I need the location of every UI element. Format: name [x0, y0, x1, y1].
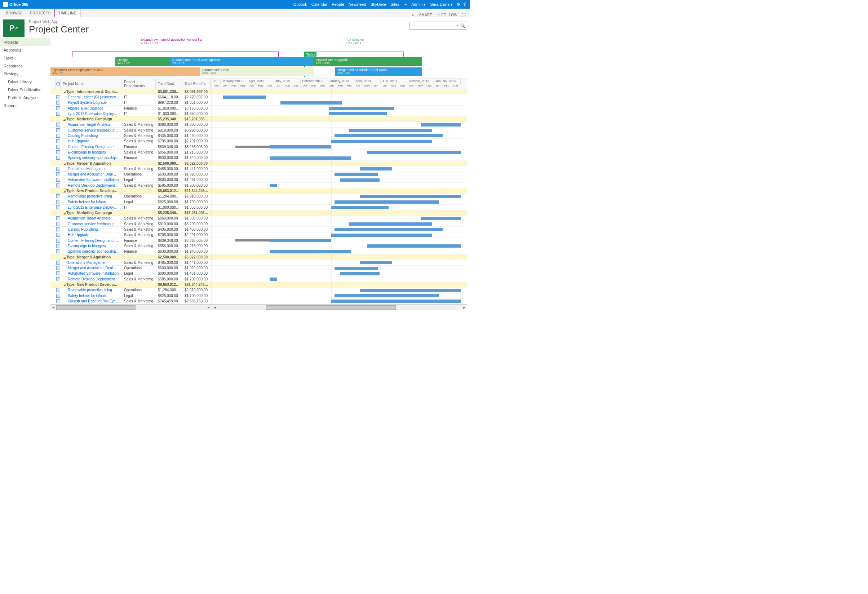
- follow-button[interactable]: ☆ FOLLOW: [435, 13, 460, 17]
- project-link[interactable]: Removable protective lining: [61, 288, 122, 292]
- brand[interactable]: Office 365: [3, 2, 28, 7]
- group-row[interactable]: ◢Type: New Product Development$8,653,012…: [50, 188, 212, 193]
- group-row[interactable]: ◢Type: New Product Development$8,653,012…: [50, 282, 212, 287]
- project-link[interactable]: Operations Management: [61, 167, 122, 171]
- timeline-band[interactable]: Dynamics CRM Deployment EMEA1/9 - 7/6: [50, 68, 200, 76]
- tab-browse[interactable]: BROWSE: [2, 9, 26, 17]
- gantt-bar[interactable]: [340, 178, 379, 182]
- sidenav-item[interactable]: Strategy: [0, 70, 50, 78]
- project-row[interactable]: Acquisition Target AnalysisSales & Marke…: [50, 122, 212, 128]
- gantt-bar[interactable]: [331, 206, 388, 209]
- gantt-bar[interactable]: [270, 277, 277, 281]
- timeline-band[interactable]: Partner Help Desk8/15 - 1/28: [200, 68, 314, 76]
- project-link[interactable]: Squash and Racquet Ball Eye Wear: [61, 299, 122, 303]
- project-link[interactable]: Lync 2012 Enterprise Deployment: [61, 112, 122, 116]
- group-row[interactable]: ◢Type: Infrastructure & Deployment$3,681…: [50, 89, 212, 94]
- project-link[interactable]: Customer service feedback portal: [61, 128, 122, 132]
- gantt-bar[interactable]: [335, 228, 443, 231]
- project-row[interactable]: Safety helmet for infantsLegal$825,000.0…: [50, 199, 212, 205]
- project-link[interactable]: Hub Upgrade: [61, 233, 122, 237]
- project-link[interactable]: Safety helmet for infants: [61, 200, 122, 204]
- sidenav-item[interactable]: Driver Prioritization: [0, 86, 50, 94]
- project-link[interactable]: Automated Software Installation: [61, 178, 122, 182]
- gantt-bar[interactable]: [340, 272, 379, 276]
- gantt-bar[interactable]: [360, 195, 461, 198]
- scroll-left-icon[interactable]: ◄: [50, 305, 56, 310]
- gantt-bar[interactable]: [421, 217, 461, 220]
- project-row[interactable]: Merger and Acquisition Deal RoomOperatio…: [50, 172, 212, 177]
- gantt-bar[interactable]: [270, 250, 351, 254]
- gantt-bar[interactable]: [335, 294, 439, 297]
- gantt-bar[interactable]: [349, 129, 432, 132]
- project-app-icon[interactable]: P↗: [3, 19, 25, 37]
- group-row[interactable]: ◢Type: Marketing Campaign$5,235,348.00$1…: [50, 116, 212, 122]
- project-link[interactable]: Safety helmet for infants: [61, 294, 122, 298]
- grid-scrollbar[interactable]: ◄ ►: [50, 304, 212, 310]
- nav-people[interactable]: People: [332, 2, 344, 6]
- sidenav-item[interactable]: Portfolio Analyses: [0, 94, 50, 102]
- sidenav-item[interactable]: Reports: [0, 102, 50, 109]
- gantt-bar[interactable]: [367, 151, 461, 154]
- col-total-benefits[interactable]: Total Benefits: [182, 79, 211, 88]
- user-menu[interactable]: Sara Davis ▾: [430, 2, 453, 7]
- gantt-bar[interactable]: [270, 156, 351, 160]
- project-row[interactable]: Catalog PublishingSales & Marketing$435,…: [50, 227, 212, 232]
- project-row[interactable]: E-campaign to bloggersSales & Marketing$…: [50, 150, 212, 155]
- project-link[interactable]: Remote Desktop Deployment: [61, 183, 122, 187]
- nav-sites[interactable]: Sites: [391, 2, 399, 6]
- project-link[interactable]: Remote Desktop Deployment: [61, 277, 122, 281]
- timeline-band[interactable]: E-commerce Portal Development7/2 - 1/16: [170, 57, 314, 66]
- sidenav-item[interactable]: Driver Library: [0, 78, 50, 86]
- breadcrumb[interactable]: Project Web App: [29, 19, 89, 24]
- gantt-bar[interactable]: [223, 96, 266, 99]
- project-row[interactable]: Sporting celebrity sponsorship and endor…: [50, 249, 212, 255]
- project-link[interactable]: Merger and Acquisition Deal Room: [61, 266, 122, 270]
- project-link[interactable]: Acquisition Target Analysis: [61, 122, 122, 127]
- gantt-bar[interactable]: [270, 239, 331, 242]
- project-link[interactable]: Lync 2012 Enterprise Deployment: [61, 205, 122, 209]
- project-row[interactable]: Customer service feedback portalSales & …: [50, 221, 212, 227]
- project-row[interactable]: Content Filtering Design and Implementat…: [50, 238, 212, 243]
- tab-projects[interactable]: PROJECTS: [26, 9, 54, 17]
- timeline-band[interactable]: Design4/11 - 5/3: [115, 57, 170, 66]
- gantt-bar[interactable]: [335, 267, 378, 270]
- help-icon[interactable]: ?: [463, 2, 466, 7]
- project-link[interactable]: Catalog Publishing: [61, 134, 122, 138]
- project-row[interactable]: General Ledger (GL) currency updateIT$66…: [50, 94, 212, 100]
- project-link[interactable]: E-campaign to bloggers: [61, 244, 122, 248]
- scroll-thumb[interactable]: [266, 305, 396, 310]
- project-link[interactable]: Hub Upgrade: [61, 139, 122, 143]
- project-row[interactable]: Sporting celebrity sponsorship and endor…: [50, 155, 212, 161]
- group-row[interactable]: ◢Type: Marketing Campaign$5,235,348.00$1…: [50, 211, 212, 216]
- scroll-left-icon[interactable]: ◄: [212, 305, 218, 310]
- nav-more[interactable]: ···: [404, 2, 407, 6]
- group-row[interactable]: ◢Type: Merger & Aquisition$2,500,000.00$…: [50, 255, 212, 260]
- gear-icon[interactable]: ⚙: [456, 2, 460, 7]
- project-row[interactable]: Merger and Acquisition Deal RoomOperatio…: [50, 266, 212, 271]
- project-row[interactable]: Payroll System UpgradeIT$997,220.00$1,35…: [50, 100, 212, 106]
- project-link[interactable]: Acquisition Target Analysis: [61, 216, 122, 220]
- project-link[interactable]: Customer service feedback portal: [61, 222, 122, 226]
- gantt-scrollbar[interactable]: ◄ ►: [212, 304, 467, 310]
- tab-timeline[interactable]: TIMELINE: [55, 9, 80, 17]
- gantt-bar[interactable]: [335, 200, 439, 203]
- project-row[interactable]: Operations ManagementSales & Marketing$4…: [50, 260, 212, 265]
- timeline-band[interactable]: Merger and Acquisition Deal Room2/28 - 7…: [335, 68, 422, 76]
- project-link[interactable]: Payroll System Upgrade: [61, 100, 122, 105]
- project-row[interactable]: Catalog PublishingSales & Marketing$435,…: [50, 133, 212, 139]
- project-link[interactable]: Merger and Acquisition Deal Room: [61, 172, 122, 176]
- project-row[interactable]: Safety helmet for infantsLegal$825,000.0…: [50, 293, 212, 298]
- project-row[interactable]: E-campaign to bloggersSales & Marketing$…: [50, 243, 212, 249]
- timeline-band[interactable]: Apparel ERP Upgrade1/28 - 8/30: [314, 57, 422, 66]
- gantt-bar[interactable]: [331, 140, 432, 143]
- gantt-bar[interactable]: [367, 245, 461, 248]
- project-row[interactable]: Content Filtering Design and Implementat…: [50, 144, 212, 150]
- timeline[interactable]: Expand raw material acquisition vendor l…: [50, 37, 467, 77]
- gantt-bar[interactable]: [235, 146, 275, 148]
- project-link[interactable]: Content Filtering Design and Implementat…: [61, 239, 122, 243]
- project-row[interactable]: Apparel ERP UpgradeFinance$1,020,000.00$…: [50, 106, 212, 111]
- gantt-bar[interactable]: [280, 101, 342, 105]
- sidenav-item[interactable]: Tasks: [0, 54, 50, 62]
- focus-button[interactable]: ⛶: [460, 13, 468, 17]
- gantt-bar[interactable]: [235, 239, 275, 242]
